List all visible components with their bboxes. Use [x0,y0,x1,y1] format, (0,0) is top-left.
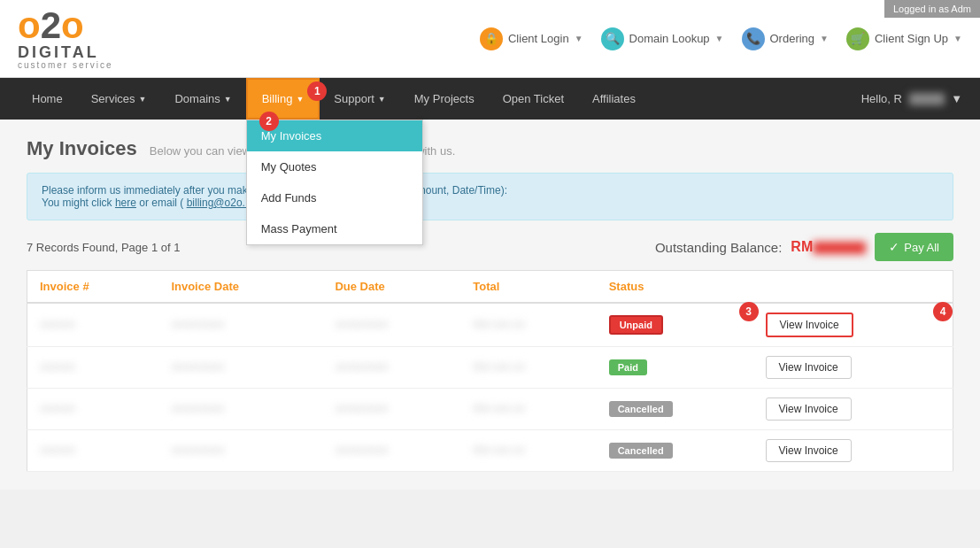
status-badge-cancelled-2: Cancelled [609,443,673,459]
total-1: RM ###.## [473,319,525,331]
nav-affiliates[interactable]: Affiliates [578,80,650,118]
invoice-table: Invoice # Invoice Date Due Date Total St… [27,270,953,472]
logo-o2: o [61,4,84,46]
cell-total-3: RM ###.## [460,389,596,430]
pay-all-button[interactable]: ✓ Pay All [875,233,953,261]
col-invoice-date: Invoice Date [158,271,322,304]
username-blur [909,93,945,105]
page-content: My Invoices Below you can view and manag… [0,120,980,490]
table-header-row: Invoice # Invoice Date Due Date Total St… [27,271,953,304]
due-date-1: ##/##/#### [335,319,388,331]
cell-total-1: RM ###.## [460,303,596,347]
domain-lookup-caret: ▼ [715,34,724,43]
view-invoice-button-3[interactable]: View Invoice [766,397,852,421]
user-greeting: Hello, R [861,92,902,105]
domain-lookup-label: Domain Lookup [629,32,710,45]
cell-invoice-1: ###### [27,303,159,347]
col-invoice: Invoice # [27,271,159,304]
ordering-link[interactable]: 📞 Ordering ▼ [742,27,829,50]
info-email-link[interactable]: billing@o2o... [187,197,251,209]
nav-affiliates-label: Affiliates [592,92,636,105]
table-row: ###### ##/##/#### ##/##/#### RM ###.## P… [27,347,953,389]
nav-support[interactable]: Support ▼ [320,80,399,118]
table-row: ###### ##/##/#### ##/##/#### RM ###.## C… [27,389,953,430]
nav-domains[interactable]: Domains ▼ [160,80,245,118]
nav-home[interactable]: Home [18,80,77,118]
due-date-4: ##/##/#### [335,444,388,457]
cell-action-1: 4 View Invoice [753,303,953,347]
table-row: ###### ##/##/#### ##/##/#### RM ###.## C… [27,430,953,472]
nav-billing[interactable]: 1 Billing ▼ [246,78,320,120]
page-heading: My Invoices Below you can view and manag… [27,137,953,160]
cell-status-1: 3 Unpaid [597,303,753,347]
lock-icon: 🔒 [480,27,503,50]
nav-open-ticket[interactable]: Open Ticket [489,80,578,118]
cell-date-4: ##/##/#### [158,430,322,472]
info-box: Please inform us immediately after you m… [27,173,953,220]
nav-support-label: Support [334,92,374,105]
dropdown-my-quotes[interactable]: My Quotes [247,151,422,182]
invoice-date-1: ##/##/#### [171,319,224,331]
nav-my-projects-label: My Projects [414,92,475,105]
nav-billing-label: Billing [262,92,293,105]
cell-status-4: Cancelled [597,430,753,472]
services-caret: ▼ [139,95,147,104]
records-bar: 7 Records Found, Page 1 of 1 Outstanding… [27,233,953,261]
invoice-num-3: ###### [40,403,75,415]
dropdown-add-funds[interactable]: Add Funds [247,182,422,213]
page-title-text: My Invoices [27,137,137,159]
view-invoice-button-2[interactable]: View Invoice [766,356,852,379]
cell-action-2: View Invoice [753,347,953,389]
total-3: RM ###.## [473,403,525,415]
outstanding-balance: Outstanding Balance: RM ✓ Pay All [655,233,953,261]
cell-date-2: ##/##/#### [158,347,322,389]
due-date-3: ##/##/#### [335,403,388,415]
invoice-num-2: ###### [40,361,75,374]
info-here-link[interactable]: here [115,197,136,209]
status-badge-unpaid: Unpaid [609,315,663,335]
client-login-label: Client Login [508,32,569,45]
due-date-2: ##/##/#### [335,361,388,374]
cell-total-4: RM ###.## [460,430,596,472]
outstanding-label: Outstanding Balance: [655,240,782,255]
view-invoice-button-4[interactable]: View Invoice [766,439,852,462]
cell-invoice-3: ###### [27,389,159,430]
nav-services[interactable]: Services ▼ [77,80,161,118]
cell-status-3: Cancelled [597,389,753,430]
cell-invoice-2: ###### [27,347,159,389]
cell-action-3: View Invoice [753,389,953,430]
user-caret: ▼ [951,92,962,105]
billing-nav-wrap: 1 Billing ▼ 2 My Invoices My Quotes Add … [246,78,320,120]
search-icon: 🔍 [601,27,624,50]
cart-icon: 🛒 [846,27,869,50]
domain-lookup-link[interactable]: 🔍 Domain Lookup ▼ [601,27,724,50]
nav-domains-label: Domains [174,92,220,105]
cell-due-3: ##/##/#### [322,389,460,430]
logo-digital: DIGITAL [18,44,113,60]
client-login-caret: ▼ [575,34,583,43]
dropdown-mass-payment[interactable]: Mass Payment [247,213,422,244]
total-2: RM ###.## [473,361,525,374]
client-signup-link[interactable]: 🛒 Client Sign Up ▼ [846,27,962,50]
nav-my-projects[interactable]: My Projects [400,80,489,118]
logo-o2o: o2o [18,7,113,44]
nav-open-ticket-label: Open Ticket [503,92,564,105]
total-4: RM ###.## [473,444,525,457]
billing-dropdown: 2 My Invoices My Quotes Add Funds Mass P… [246,120,423,245]
invoice-num-4: ###### [40,444,75,457]
logo-sub: customer service [18,60,113,70]
nav-right: Hello, R ▼ [861,92,962,106]
client-login-link[interactable]: 🔒 Client Login ▼ [480,27,583,50]
status-badge-paid: Paid [609,359,647,375]
admin-badge: Logged in as Adm [884,0,980,18]
info-line2: You might click [42,197,115,209]
invoice-date-3: ##/##/#### [171,403,224,415]
phone-icon: 📞 [742,27,765,50]
nav-home-label: Home [32,92,63,105]
cell-status-2: Paid [597,347,753,389]
cell-date-1: ##/##/#### [158,303,322,347]
outstanding-amount: RM [791,239,866,255]
ordering-caret: ▼ [820,34,829,43]
cell-due-2: ##/##/#### [322,347,460,389]
view-invoice-button-1[interactable]: View Invoice [766,313,853,337]
